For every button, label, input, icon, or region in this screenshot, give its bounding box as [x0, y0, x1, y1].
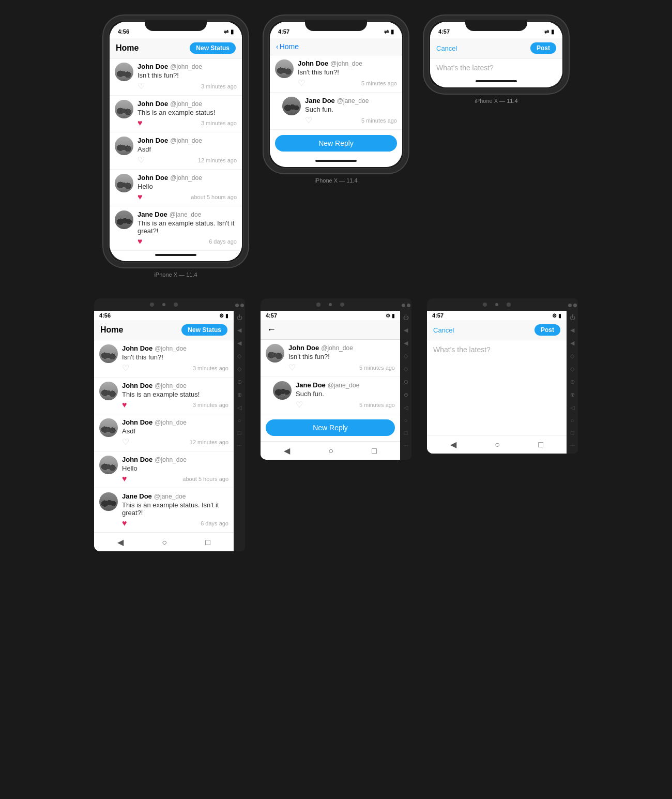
close-btn-1a[interactable]: [235, 304, 239, 307]
android-compose-placeholder[interactable]: What's the latest?: [427, 340, 567, 359]
back-button-ios[interactable]: ‹ Home: [276, 42, 299, 51]
feed-item-4: John Doe @john_doe Hello ♥ about 5 hours…: [110, 170, 242, 206]
thread-heart-1[interactable]: ♡: [298, 78, 305, 88]
ios-row: 4:56 ⇌ ▮ Home New Status: [103, 16, 569, 278]
android-thread-name-2: Jane Doe: [296, 381, 326, 389]
close-btn-2b[interactable]: [407, 304, 410, 307]
close-btn-2a[interactable]: [402, 304, 405, 307]
side-circle-3[interactable]: ○: [571, 417, 574, 424]
side-vol-3b[interactable]: ◀: [570, 340, 574, 346]
android-new-reply-button[interactable]: New Reply: [266, 419, 395, 436]
android-thread-heart-2[interactable]: ♡: [296, 400, 303, 410]
android-screen-2: 4:57 ⚙ ▮ ←: [261, 311, 400, 460]
android-home-nav-3[interactable]: ○: [495, 440, 500, 449]
side-power-icon-3[interactable]: ⏻: [570, 314, 575, 321]
android-heart-2[interactable]: ♥: [122, 400, 127, 410]
heart-5[interactable]: ♥: [138, 237, 143, 246]
android-thread-avatar-1: [266, 344, 284, 363]
iphone-label-3: iPhone X — 11.4: [424, 98, 569, 104]
new-status-button-ios[interactable]: New Status: [190, 42, 236, 54]
side-search-3[interactable]: ⊕: [570, 391, 575, 398]
android-home-wrapper: 4:56 ⚙ ▮ Home New Status: [94, 298, 245, 551]
side-vol-2b[interactable]: ◀: [404, 340, 408, 346]
side-vol-down-icon[interactable]: ◀: [237, 340, 241, 346]
status-time-3: 4:57: [438, 28, 450, 35]
android-side-1: ⏻ ◀ ◀ ◇ ◇ ⊙ ⊕ ◁ ○ □ ···: [234, 298, 245, 551]
cancel-button-ios[interactable]: Cancel: [436, 44, 457, 52]
thread-heart-2[interactable]: ♡: [305, 115, 312, 125]
compose-placeholder-ios[interactable]: What's the latest?: [430, 58, 562, 77]
heart-2[interactable]: ♥: [138, 118, 143, 128]
android-heart-1[interactable]: ♡: [122, 363, 129, 373]
android-new-status-btn[interactable]: New Status: [181, 324, 227, 336]
iphone-screen-2: 4:57 ⇌ ▮ ‹ Home John Doe: [270, 22, 402, 167]
side-camera-icon[interactable]: ⊙: [237, 379, 242, 385]
android-back-nav[interactable]: ◀: [117, 537, 124, 547]
android-footer-5: ♥ 6 days ago: [122, 519, 228, 528]
android-battery-icon-3: ▮: [558, 313, 561, 319]
android-feed-item-2: John Doe @john_doe This is an example st…: [94, 378, 234, 414]
android-recents-nav[interactable]: □: [205, 538, 210, 547]
heart-1[interactable]: ♡: [138, 81, 145, 91]
side-more-2[interactable]: ···: [403, 442, 408, 448]
android-back-nav-2[interactable]: ◀: [284, 446, 290, 456]
side-search-2[interactable]: ⊕: [404, 391, 408, 398]
android-footer-2: ♥ 3 minutes ago: [122, 400, 228, 410]
side-more-icon[interactable]: ···: [237, 442, 241, 448]
side-vol-up-icon[interactable]: ◀: [237, 327, 241, 334]
feed-item-3: John Doe @john_doe Asdf ♡ 12 minutes ago: [110, 132, 242, 170]
side-search-icon[interactable]: ⊕: [237, 391, 242, 398]
side-back-icon[interactable]: ◁: [237, 404, 241, 411]
android-home-nav[interactable]: ○: [162, 538, 167, 547]
side-square-3[interactable]: □: [571, 430, 574, 436]
side-circle-2[interactable]: ○: [404, 417, 408, 424]
new-reply-button-ios[interactable]: New Reply: [275, 135, 397, 152]
close-btn-3a[interactable]: [568, 304, 572, 307]
feed-list-ios: John Doe @john_doe Isn't this fun?! ♡ 3 …: [110, 58, 242, 251]
side-square-2[interactable]: □: [404, 430, 408, 436]
android-thread-heart-1[interactable]: ♡: [288, 363, 296, 372]
close-btn-1b[interactable]: [240, 304, 244, 307]
side-vol-2a[interactable]: ◀: [404, 327, 408, 334]
side-back-3[interactable]: ◁: [570, 404, 574, 411]
home-indicator-1: [110, 251, 242, 261]
android-back-nav-3[interactable]: ◀: [450, 440, 456, 449]
close-buttons-1: [235, 304, 244, 307]
post-button-ios[interactable]: Post: [530, 42, 556, 54]
android-cancel-button[interactable]: Cancel: [433, 326, 454, 334]
avatar-4: [115, 174, 133, 192]
close-btn-3b[interactable]: [573, 304, 577, 307]
android-text-2: This is an example status!: [122, 390, 228, 398]
side-back-2[interactable]: ◁: [404, 404, 408, 411]
side-vol-3a[interactable]: ◀: [570, 327, 574, 334]
thread-text-1: Isn't this fun?!: [298, 68, 397, 76]
side-diamond2-icon: ◇: [237, 366, 241, 372]
thread-name-1: John Doe: [298, 59, 328, 67]
side-cam-3[interactable]: ⊙: [570, 379, 575, 385]
android-heart-5[interactable]: ♥: [122, 519, 127, 528]
android-heart-4[interactable]: ♥: [122, 474, 127, 484]
android-post-button[interactable]: Post: [534, 324, 560, 336]
android-device-3: 4:57 ⚙ ▮ Cancel Post What's the latest?: [427, 298, 578, 454]
android-back-button[interactable]: ←: [267, 324, 276, 335]
android-body-5: Jane Doe @jane_doe This is an example st…: [122, 492, 228, 528]
side-square-icon[interactable]: □: [238, 430, 241, 436]
iphone-thread: 4:57 ⇌ ▮ ‹ Home John Doe: [264, 16, 408, 184]
feed-name-2: John Doe: [138, 100, 168, 108]
android-thread-time-1: 5 minutes ago: [359, 365, 395, 371]
heart-4[interactable]: ♥: [138, 192, 143, 202]
side-cam-2[interactable]: ⊙: [404, 379, 408, 385]
avatar-5: [115, 210, 133, 229]
side-more-3[interactable]: ···: [570, 442, 574, 448]
feed-footer-4: ♥ about 5 hours ago: [138, 192, 237, 202]
side-power-icon[interactable]: ⏻: [237, 314, 242, 321]
side-circle-icon[interactable]: ○: [238, 417, 241, 424]
android-thread-body-2: Jane Doe @jane_doe Such fun. ♡ 5 minutes…: [296, 381, 395, 410]
side-power-icon-2[interactable]: ⏻: [403, 314, 409, 321]
home-indicator-2: [270, 157, 402, 167]
heart-3[interactable]: ♡: [138, 155, 145, 165]
android-home-nav-2[interactable]: ○: [328, 446, 333, 456]
android-recents-nav-3[interactable]: □: [538, 440, 543, 449]
android-heart-3[interactable]: ♡: [122, 437, 129, 447]
android-recents-nav-2[interactable]: □: [372, 446, 377, 456]
